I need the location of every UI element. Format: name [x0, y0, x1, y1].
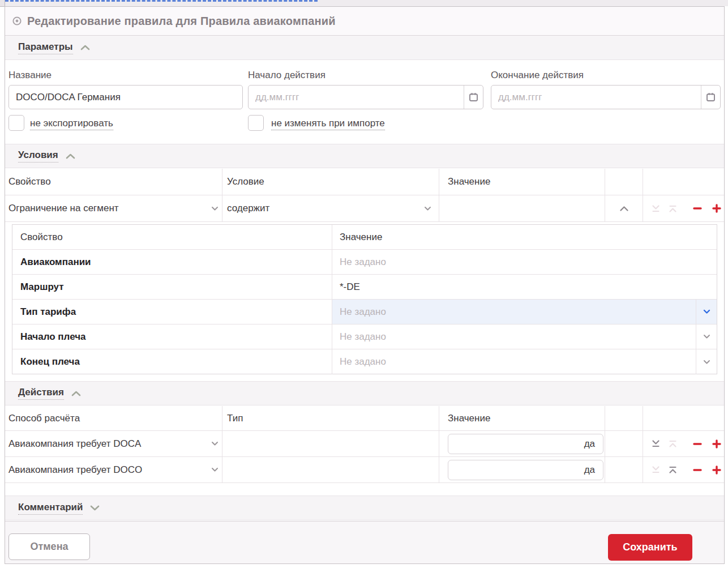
move-up-icon [668, 439, 678, 448]
row-actions-cell [643, 195, 724, 221]
no-export-label[interactable]: не экспортировать [30, 118, 113, 130]
action-value-input[interactable]: да [448, 434, 603, 454]
chevron-down-icon[interactable] [416, 195, 439, 221]
end-date-label: Окончание действия [491, 70, 584, 81]
condition-value-cell[interactable] [439, 195, 605, 221]
condition-operator-select[interactable]: содержит [222, 195, 416, 221]
no-import-change-label[interactable]: не изменять при импорте [271, 118, 385, 130]
actions-col-method: Способ расчёта [5, 406, 222, 430]
move-down-icon[interactable] [651, 439, 661, 448]
add-row-icon[interactable] [712, 465, 722, 475]
add-row-icon[interactable] [712, 439, 722, 449]
title-bar: Редактирование правила для Правила авиак… [5, 7, 724, 36]
action-row: Авиакомпания требует DOCA да [5, 431, 724, 457]
segment-row-label: Конец плеча [20, 356, 80, 368]
action-method-select[interactable]: Авиакомпания требует DOCO [5, 457, 207, 482]
segment-row: Начало плеча Не задано [12, 324, 717, 349]
chevron-down-icon[interactable] [696, 324, 717, 349]
save-button[interactable]: Сохранить [608, 534, 692, 561]
segment-row-value[interactable]: Не задано [332, 324, 696, 349]
section-comment-title[interactable]: Комментарий [18, 502, 83, 515]
segment-row-value[interactable]: Не задано [332, 300, 696, 324]
row-actions-cell [643, 431, 724, 456]
collapse-segment-icon[interactable] [619, 206, 629, 212]
conditions-col-actions [643, 169, 724, 195]
end-date-input[interactable] [491, 85, 721, 109]
action-value-cell: да [439, 431, 605, 456]
calendar-icon[interactable] [464, 86, 483, 109]
section-conditions-title[interactable]: Условия [18, 150, 58, 163]
edit-rule-panel: Редактирование правила для Правила авиак… [5, 6, 725, 564]
section-comment-header: Комментарий [5, 496, 724, 520]
segment-row-label: Авиакомпании [20, 257, 91, 268]
chevron-down-icon[interactable] [207, 431, 222, 456]
move-up-icon[interactable] [668, 465, 678, 474]
actions-header-row: Способ расчёта Тип Значение [5, 406, 724, 431]
segment-subtable: Свойство Значение Авиакомпании Не задано… [12, 224, 717, 374]
segment-row: Конец плеча Не задано [12, 349, 717, 374]
collapse-cell [605, 457, 643, 482]
no-export-checkbox[interactable] [8, 115, 24, 131]
add-row-icon[interactable] [712, 203, 722, 213]
action-method-select[interactable]: Авиакомпания требует DOCA [5, 431, 207, 456]
action-type-cell[interactable] [222, 457, 439, 482]
action-row: Авиакомпания требует DOCO да [5, 457, 724, 483]
actions-col-type: Тип [222, 406, 439, 430]
conditions-col-value: Значение [439, 169, 605, 195]
actions-col-collapse [605, 406, 643, 430]
footer-bar: Отмена Сохранить [5, 521, 724, 563]
section-parameters-header: Параметры [5, 36, 724, 60]
start-date-label: Начало действия [248, 70, 326, 81]
cancel-button[interactable]: Отмена [8, 533, 90, 560]
segment-row-label: Начало плеча [20, 331, 86, 343]
segment-row-value[interactable]: Не задано [332, 250, 717, 274]
screen: Редактирование правила для Правила авиак… [0, 0, 728, 568]
top-strip [0, 0, 728, 6]
condition-row: Ограничение на сегмент содержит [5, 195, 724, 222]
calendar-icon[interactable] [701, 86, 720, 109]
section-actions-header: Действия [5, 381, 724, 405]
chevron-up-icon[interactable] [71, 390, 82, 397]
segment-col-property: Свойство [12, 225, 332, 249]
segment-row: Маршрут *-DE [12, 275, 717, 300]
condition-property-select[interactable]: Ограничение на сегмент [5, 195, 207, 221]
chevron-down-icon[interactable] [207, 195, 222, 221]
move-down-icon [651, 465, 661, 474]
remove-row-icon[interactable] [692, 203, 703, 213]
conditions-col-condition: Условие [222, 169, 439, 195]
action-value-input[interactable]: да [448, 460, 603, 480]
segment-header-row: Свойство Значение [12, 225, 717, 250]
collapse-cell [605, 431, 643, 456]
no-import-change-checkbox[interactable] [248, 115, 264, 131]
chevron-up-icon[interactable] [80, 44, 91, 51]
name-input[interactable] [8, 85, 243, 109]
conditions-col-collapse [605, 169, 643, 195]
section-conditions-header: Условия [5, 144, 724, 168]
move-up-icon [668, 204, 678, 213]
segment-row-label: Маршрут [20, 281, 64, 293]
section-actions-title[interactable]: Действия [18, 387, 64, 400]
segment-row-value[interactable]: Не задано [332, 349, 696, 374]
action-type-cell[interactable] [222, 431, 439, 456]
conditions-col-property: Свойство [5, 169, 222, 195]
start-date-input[interactable] [248, 85, 483, 109]
segment-row-value[interactable]: *-DE [332, 275, 717, 299]
section-parameters-title[interactable]: Параметры [18, 41, 73, 54]
row-actions-cell [643, 457, 724, 482]
chevron-down-icon[interactable] [89, 505, 100, 511]
action-value-cell: да [439, 457, 605, 482]
remove-row-icon[interactable] [692, 439, 703, 449]
collapse-cell [605, 195, 643, 221]
segment-row: Тип тарифа Не задано [12, 300, 717, 324]
chevron-down-icon[interactable] [696, 300, 717, 324]
conditions-header-row: Свойство Условие Значение [5, 169, 724, 195]
remove-row-icon[interactable] [692, 465, 703, 475]
chevron-down-icon[interactable] [207, 457, 222, 482]
chevron-up-icon[interactable] [65, 153, 76, 160]
actions-col-value: Значение [439, 406, 605, 430]
move-down-icon [651, 204, 661, 213]
cropped-breadcrumb-link[interactable] [5, 0, 318, 2]
segment-row: Авиакомпании Не задано [12, 250, 717, 275]
chevron-down-icon[interactable] [696, 349, 717, 374]
actions-col-actions [643, 406, 724, 430]
